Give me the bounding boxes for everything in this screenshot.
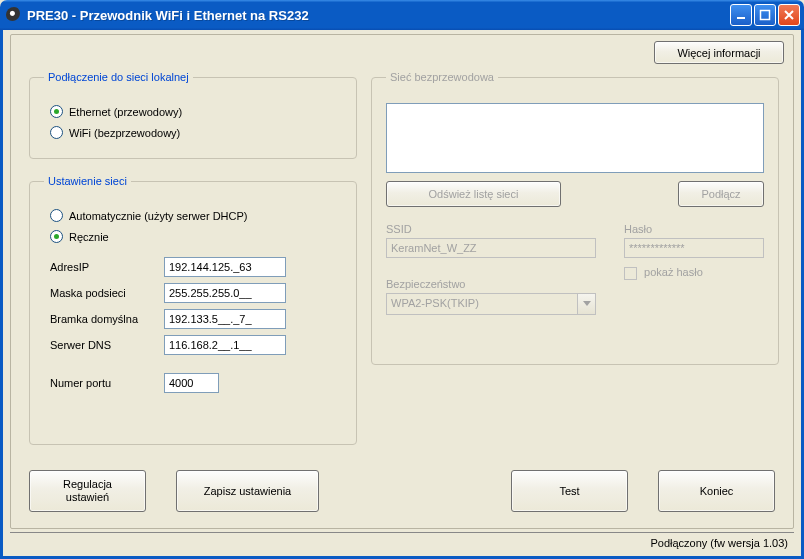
dhcp-radio[interactable]	[50, 209, 63, 222]
bottom-button-bar: Regulacja ustawień Zapisz ustawienia Tes…	[29, 470, 775, 512]
refresh-networks-button: Odśwież listę sieci	[386, 181, 561, 207]
ssid-label: SSID	[386, 223, 596, 235]
ethernet-label: Ethernet (przewodowy)	[69, 106, 182, 118]
manual-label: Ręcznie	[69, 231, 109, 243]
regulate-button[interactable]: Regulacja ustawień	[29, 470, 146, 512]
title-bar: PRE30 - Przewodnik WiFi i Ethernet na RS…	[0, 0, 804, 30]
ethernet-radio[interactable]	[50, 105, 63, 118]
mask-input[interactable]	[164, 283, 286, 303]
network-legend: Ustawienie sieci	[44, 175, 131, 187]
manual-radio[interactable]	[50, 230, 63, 243]
save-button[interactable]: Zapisz ustawienia	[176, 470, 319, 512]
status-bar: Podłączony (fw wersja 1.03)	[10, 532, 794, 552]
port-label: Numer portu	[50, 377, 164, 389]
connection-group: Podłączenie do sieci lokalnej Ethernet (…	[29, 71, 357, 159]
connect-wifi-button: Podłącz	[678, 181, 764, 207]
app-icon	[6, 7, 22, 23]
more-info-button[interactable]: Więcej informacji	[654, 41, 784, 64]
status-text: Podłączony (fw wersja 1.03)	[650, 537, 788, 549]
wifi-legend: Sieć bezprzewodowa	[386, 71, 498, 83]
close-button[interactable]: Koniec	[658, 470, 775, 512]
security-label: Bezpieczeństwo	[386, 278, 596, 290]
gateway-input[interactable]	[164, 309, 286, 329]
security-select: WPA2-PSK(TKIP)	[386, 293, 596, 315]
wifi-label: WiFi (bezprzewodowy)	[69, 127, 180, 139]
dhcp-label: Automatycznie (użyty serwer DHCP)	[69, 210, 248, 222]
maximize-button[interactable]	[754, 4, 776, 26]
mask-label: Maska podsieci	[50, 287, 164, 299]
wifi-radio[interactable]	[50, 126, 63, 139]
ip-input[interactable]	[164, 257, 286, 277]
show-password-checkbox	[624, 267, 637, 280]
close-window-button[interactable]	[778, 4, 800, 26]
window-title: PRE30 - Przewodnik WiFi i Ethernet na RS…	[27, 8, 730, 23]
port-input[interactable]	[164, 373, 219, 393]
security-value: WPA2-PSK(TKIP)	[387, 294, 577, 314]
password-label: Hasło	[624, 223, 764, 235]
svg-rect-0	[737, 17, 745, 19]
svg-rect-1	[761, 11, 770, 20]
ip-label: AdresIP	[50, 261, 164, 273]
main-panel: Więcej informacji Podłączenie do sieci l…	[10, 34, 794, 529]
dns-label: Serwer DNS	[50, 339, 164, 351]
network-group: Ustawienie sieci Automatycznie (użyty se…	[29, 175, 357, 445]
chevron-down-icon	[577, 294, 595, 314]
wifi-network-list	[386, 103, 764, 173]
password-input	[624, 238, 764, 258]
show-password-label: pokaż hasło	[644, 266, 703, 278]
dns-input[interactable]	[164, 335, 286, 355]
gateway-label: Bramka domyślna	[50, 313, 164, 325]
connection-legend: Podłączenie do sieci lokalnej	[44, 71, 193, 83]
test-button[interactable]: Test	[511, 470, 628, 512]
ssid-input	[386, 238, 596, 258]
minimize-button[interactable]	[730, 4, 752, 26]
wifi-group: Sieć bezprzewodowa Odśwież listę sieci P…	[371, 71, 779, 365]
